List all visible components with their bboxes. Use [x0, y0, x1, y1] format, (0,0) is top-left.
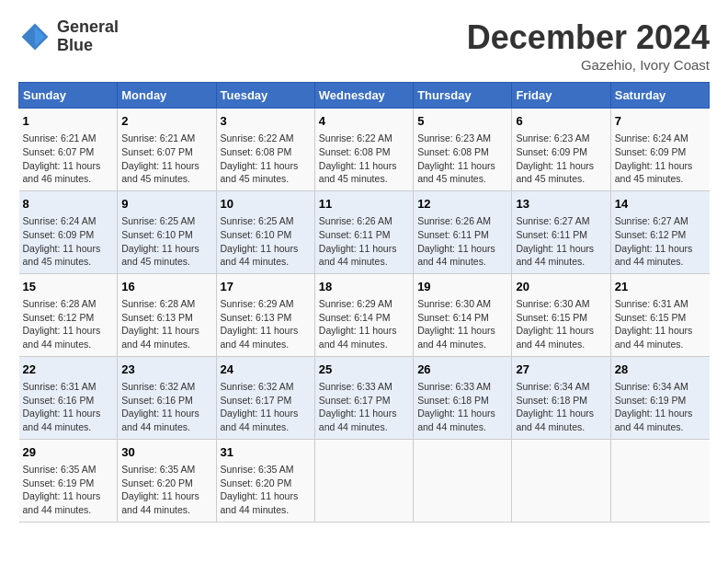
- day-info: Sunrise: 6:30 AMSunset: 6:15 PMDaylight:…: [516, 297, 606, 351]
- calendar-cell: 23Sunrise: 6:32 AMSunset: 6:16 PMDayligh…: [118, 356, 216, 439]
- day-number: 28: [615, 362, 706, 378]
- day-number: 21: [615, 279, 706, 295]
- calendar-cell: 31Sunrise: 6:35 AMSunset: 6:20 PMDayligh…: [216, 439, 314, 522]
- calendar-cell: 24Sunrise: 6:32 AMSunset: 6:17 PMDayligh…: [216, 356, 314, 439]
- day-info: Sunrise: 6:33 AMSunset: 6:18 PMDaylight:…: [417, 380, 507, 434]
- calendar-cell: 18Sunrise: 6:29 AMSunset: 6:14 PMDayligh…: [314, 273, 413, 356]
- calendar-cell: [314, 439, 413, 522]
- day-info: Sunrise: 6:32 AMSunset: 6:17 PMDaylight:…: [221, 380, 311, 434]
- day-info: Sunrise: 6:28 AMSunset: 6:13 PMDaylight:…: [121, 297, 211, 351]
- day-number: 2: [121, 113, 211, 130]
- calendar-cell: 21Sunrise: 6:31 AMSunset: 6:15 PMDayligh…: [610, 273, 709, 356]
- calendar-week-2: 8Sunrise: 6:24 AMSunset: 6:09 PMDaylight…: [19, 190, 710, 273]
- header-friday: Friday: [512, 83, 610, 109]
- calendar-cell: 10Sunrise: 6:25 AMSunset: 6:10 PMDayligh…: [216, 190, 314, 273]
- day-number: 29: [23, 444, 114, 461]
- calendar-cell: 19Sunrise: 6:30 AMSunset: 6:14 PMDayligh…: [414, 273, 512, 356]
- calendar-cell: [610, 439, 709, 522]
- day-info: Sunrise: 6:23 AMSunset: 6:09 PMDaylight:…: [516, 132, 606, 186]
- day-info: Sunrise: 6:28 AMSunset: 6:12 PMDaylight:…: [23, 297, 114, 351]
- day-info: Sunrise: 6:24 AMSunset: 6:09 PMDaylight:…: [23, 214, 114, 269]
- day-info: Sunrise: 6:29 AMSunset: 6:13 PMDaylight:…: [221, 297, 311, 351]
- day-number: 8: [23, 196, 114, 213]
- day-info: Sunrise: 6:26 AMSunset: 6:11 PMDaylight:…: [319, 214, 409, 269]
- day-number: 1: [23, 113, 114, 130]
- day-info: Sunrise: 6:21 AMSunset: 6:07 PMDaylight:…: [121, 132, 211, 186]
- day-number: 23: [121, 362, 211, 378]
- calendar-cell: 9Sunrise: 6:25 AMSunset: 6:10 PMDaylight…: [118, 190, 216, 273]
- day-number: 4: [319, 113, 409, 130]
- calendar-cell: 14Sunrise: 6:27 AMSunset: 6:12 PMDayligh…: [610, 190, 709, 273]
- calendar-cell: 6Sunrise: 6:23 AMSunset: 6:09 PMDaylight…: [512, 109, 610, 191]
- calendar-cell: 22Sunrise: 6:31 AMSunset: 6:16 PMDayligh…: [19, 356, 118, 439]
- day-info: Sunrise: 6:35 AMSunset: 6:20 PMDaylight:…: [121, 463, 211, 517]
- day-info: Sunrise: 6:25 AMSunset: 6:10 PMDaylight:…: [121, 214, 211, 269]
- calendar-cell: [414, 439, 512, 522]
- header-saturday: Saturday: [610, 83, 709, 109]
- day-info: Sunrise: 6:34 AMSunset: 6:18 PMDaylight:…: [516, 380, 606, 434]
- header-thursday: Thursday: [414, 83, 512, 109]
- day-number: 6: [516, 113, 606, 130]
- day-info: Sunrise: 6:30 AMSunset: 6:14 PMDaylight:…: [417, 297, 507, 351]
- day-info: Sunrise: 6:32 AMSunset: 6:16 PMDaylight:…: [121, 380, 211, 434]
- day-number: 30: [121, 444, 211, 461]
- header-tuesday: Tuesday: [216, 83, 314, 109]
- calendar-cell: 1Sunrise: 6:21 AMSunset: 6:07 PMDaylight…: [19, 109, 118, 191]
- logo: General Blue: [18, 18, 119, 55]
- day-info: Sunrise: 6:26 AMSunset: 6:11 PMDaylight:…: [417, 214, 507, 269]
- day-number: 13: [516, 196, 606, 213]
- day-number: 20: [516, 279, 606, 295]
- day-info: Sunrise: 6:22 AMSunset: 6:08 PMDaylight:…: [319, 132, 409, 186]
- calendar-cell: 28Sunrise: 6:34 AMSunset: 6:19 PMDayligh…: [610, 356, 709, 439]
- logo-text: General Blue: [57, 18, 119, 55]
- days-header-row: SundayMondayTuesdayWednesdayThursdayFrid…: [19, 83, 710, 109]
- calendar-cell: 5Sunrise: 6:23 AMSunset: 6:08 PMDaylight…: [414, 109, 512, 191]
- day-number: 31: [221, 444, 311, 461]
- calendar-cell: 20Sunrise: 6:30 AMSunset: 6:15 PMDayligh…: [512, 273, 610, 356]
- day-number: 25: [319, 362, 409, 378]
- day-number: 14: [615, 196, 706, 213]
- day-info: Sunrise: 6:24 AMSunset: 6:09 PMDaylight:…: [615, 132, 706, 186]
- month-title: December 2024: [467, 18, 710, 57]
- calendar-cell: 13Sunrise: 6:27 AMSunset: 6:11 PMDayligh…: [512, 190, 610, 273]
- calendar-cell: 12Sunrise: 6:26 AMSunset: 6:11 PMDayligh…: [414, 190, 512, 273]
- title-block: December 2024 Gazehio, Ivory Coast: [467, 18, 710, 73]
- calendar-week-3: 15Sunrise: 6:28 AMSunset: 6:12 PMDayligh…: [19, 273, 710, 356]
- calendar-cell: 25Sunrise: 6:33 AMSunset: 6:17 PMDayligh…: [314, 356, 413, 439]
- day-number: 17: [221, 279, 311, 295]
- calendar-week-5: 29Sunrise: 6:35 AMSunset: 6:19 PMDayligh…: [19, 439, 710, 522]
- day-number: 15: [23, 279, 114, 295]
- calendar-week-4: 22Sunrise: 6:31 AMSunset: 6:16 PMDayligh…: [19, 356, 710, 439]
- day-info: Sunrise: 6:27 AMSunset: 6:12 PMDaylight:…: [615, 214, 706, 269]
- logo-icon: [18, 20, 51, 53]
- calendar-cell: 27Sunrise: 6:34 AMSunset: 6:18 PMDayligh…: [512, 356, 610, 439]
- day-number: 9: [121, 196, 211, 213]
- calendar-cell: 7Sunrise: 6:24 AMSunset: 6:09 PMDaylight…: [610, 109, 709, 191]
- day-number: 11: [319, 196, 409, 213]
- day-info: Sunrise: 6:23 AMSunset: 6:08 PMDaylight:…: [417, 132, 507, 186]
- day-number: 3: [221, 113, 311, 130]
- calendar-week-1: 1Sunrise: 6:21 AMSunset: 6:07 PMDaylight…: [19, 109, 710, 191]
- header-wednesday: Wednesday: [314, 83, 413, 109]
- calendar-cell: 30Sunrise: 6:35 AMSunset: 6:20 PMDayligh…: [118, 439, 216, 522]
- day-info: Sunrise: 6:34 AMSunset: 6:19 PMDaylight:…: [615, 380, 706, 434]
- day-info: Sunrise: 6:22 AMSunset: 6:08 PMDaylight:…: [221, 132, 311, 186]
- day-number: 19: [417, 279, 507, 295]
- day-number: 22: [23, 362, 114, 378]
- calendar-cell: 2Sunrise: 6:21 AMSunset: 6:07 PMDaylight…: [118, 109, 216, 191]
- day-info: Sunrise: 6:33 AMSunset: 6:17 PMDaylight:…: [319, 380, 409, 434]
- day-number: 12: [417, 196, 507, 213]
- calendar-cell: 16Sunrise: 6:28 AMSunset: 6:13 PMDayligh…: [118, 273, 216, 356]
- day-number: 24: [221, 362, 311, 378]
- calendar-table: SundayMondayTuesdayWednesdayThursdayFrid…: [18, 82, 710, 523]
- calendar-cell: 17Sunrise: 6:29 AMSunset: 6:13 PMDayligh…: [216, 273, 314, 356]
- page-header: General Blue December 2024 Gazehio, Ivor…: [18, 18, 710, 73]
- calendar-cell: 3Sunrise: 6:22 AMSunset: 6:08 PMDaylight…: [216, 109, 314, 191]
- day-number: 26: [417, 362, 507, 378]
- day-info: Sunrise: 6:27 AMSunset: 6:11 PMDaylight:…: [516, 214, 606, 269]
- day-number: 7: [615, 113, 706, 130]
- calendar-cell: [512, 439, 610, 522]
- day-number: 16: [121, 279, 211, 295]
- header-sunday: Sunday: [19, 83, 118, 109]
- day-info: Sunrise: 6:21 AMSunset: 6:07 PMDaylight:…: [23, 132, 114, 186]
